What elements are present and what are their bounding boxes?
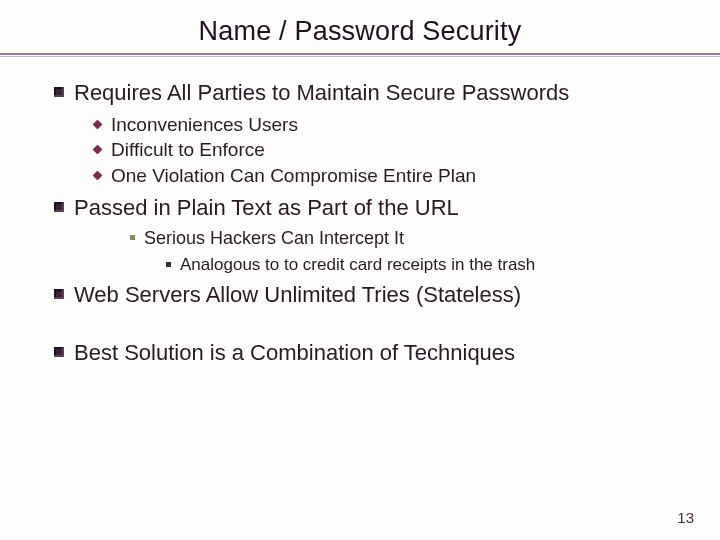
list-item-text: Serious Hackers Can Intercept It — [144, 227, 404, 250]
bullet-icon — [93, 119, 103, 129]
list-item: Passed in Plain Text as Part of the URL — [54, 194, 720, 222]
slide-title: Name / Password Security — [0, 0, 720, 53]
spacer — [54, 315, 720, 333]
list-item-text: Requires All Parties to Maintain Secure … — [74, 79, 569, 107]
sub-list: Inconveniences Users Difficult to Enforc… — [94, 113, 720, 188]
title-divider — [0, 53, 720, 63]
list-item-text: Inconveniences Users — [111, 113, 298, 137]
slide-content: Requires All Parties to Maintain Secure … — [0, 69, 720, 366]
bullet-icon — [54, 202, 64, 212]
bullet-icon — [54, 289, 64, 299]
list-item-text: Passed in Plain Text as Part of the URL — [74, 194, 459, 222]
bullet-icon — [130, 235, 135, 240]
bullet-icon — [54, 87, 64, 97]
list-item: Inconveniences Users — [94, 113, 720, 137]
list-item: Analogous to to credit card receipts in … — [166, 254, 720, 275]
bullet-icon — [93, 171, 103, 181]
list-item: Best Solution is a Combination of Techni… — [54, 339, 720, 367]
page-number: 13 — [677, 509, 694, 526]
list-item-text: Best Solution is a Combination of Techni… — [74, 339, 515, 367]
sub-list: Serious Hackers Can Intercept It — [130, 227, 720, 250]
list-item: Requires All Parties to Maintain Secure … — [54, 79, 720, 107]
list-item-text: Web Servers Allow Unlimited Tries (State… — [74, 281, 521, 309]
bullet-icon — [54, 347, 64, 357]
list-item: Difficult to Enforce — [94, 138, 720, 162]
list-item: Serious Hackers Can Intercept It — [130, 227, 720, 250]
slide: Name / Password Security Requires All Pa… — [0, 0, 720, 540]
bullet-icon — [166, 262, 171, 267]
list-item-text: Analogous to to credit card receipts in … — [180, 254, 535, 275]
sub-list: Analogous to to credit card receipts in … — [166, 254, 720, 275]
list-item-text: One Violation Can Compromise Entire Plan — [111, 164, 476, 188]
list-item-text: Difficult to Enforce — [111, 138, 265, 162]
list-item: Web Servers Allow Unlimited Tries (State… — [54, 281, 720, 309]
bullet-icon — [93, 145, 103, 155]
list-item: One Violation Can Compromise Entire Plan — [94, 164, 720, 188]
